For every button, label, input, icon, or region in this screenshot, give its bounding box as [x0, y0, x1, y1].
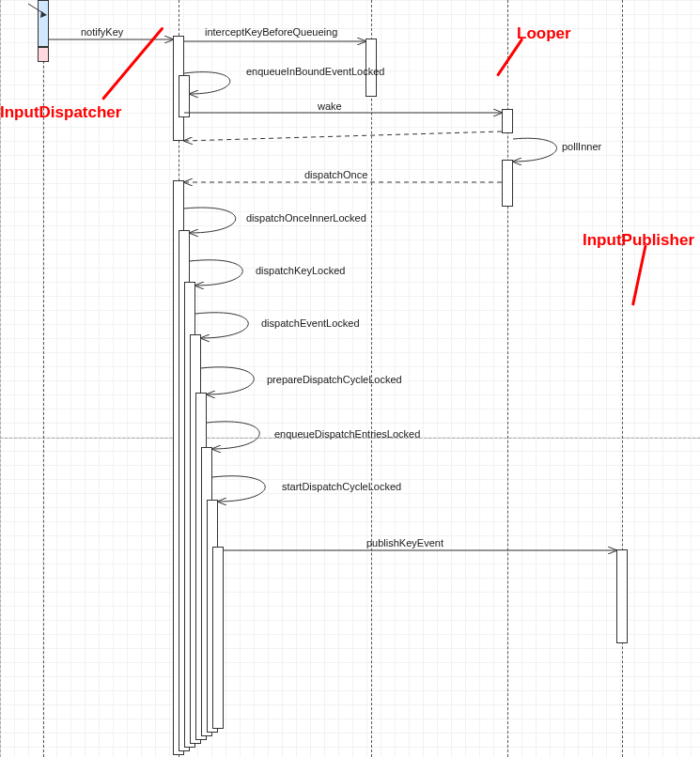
svg-line-6: [28, 4, 43, 13]
activation-dispatcher-nest1: [179, 75, 190, 117]
annotation-input-dispatcher: InputDispatcher: [0, 103, 121, 122]
label-dispatchKeyLocked: dispatchKeyLocked: [256, 265, 345, 276]
annotation-line-looper: [496, 38, 523, 76]
label-prepareDispatchCycleLocked: prepareDispatchCycleLocked: [267, 374, 402, 385]
label-publishKeyEvent: publishKeyEvent: [366, 537, 443, 548]
activation-looper-poll: [502, 160, 513, 207]
activation-publish-send: [212, 547, 224, 729]
label-dispatchOnce: dispatchOnce: [304, 169, 367, 180]
activation-looper-wake: [502, 109, 513, 133]
label-wake: wake: [318, 100, 342, 112]
label-dispatchEventLocked: dispatchEventLocked: [261, 317, 360, 329]
annotation-input-publisher: InputPublisher: [583, 231, 694, 250]
label-dispatchOnceInnerLocked: dispatchOnceInnerLocked: [246, 212, 366, 224]
label-interceptKeyBeforeQueueing: interceptKeyBeforeQueueing: [205, 26, 337, 38]
activation-reader-pink: [38, 47, 49, 62]
label-notifyKey: notifyKey: [81, 26, 123, 38]
label-enqueueDispatchEntriesLocked: enqueueDispatchEntriesLocked: [274, 428, 420, 440]
annotation-line-dispatcher: [101, 26, 164, 100]
annotation-looper: Looper: [517, 24, 571, 43]
reader-top-connector: [28, 0, 60, 19]
activation-publisher: [616, 549, 628, 643]
label-enqueueInBoundEventLocked: enqueueInBoundEventLocked: [246, 66, 384, 77]
label-pollInner: pollInner: [562, 141, 601, 152]
svg-line-3: [184, 131, 502, 141]
svg-marker-7: [40, 11, 47, 18]
label-startDispatchCycleLocked: startDispatchCycleLocked: [282, 481, 401, 492]
lifeline-publisher: [622, 0, 623, 757]
annotation-line-publisher: [631, 244, 647, 305]
